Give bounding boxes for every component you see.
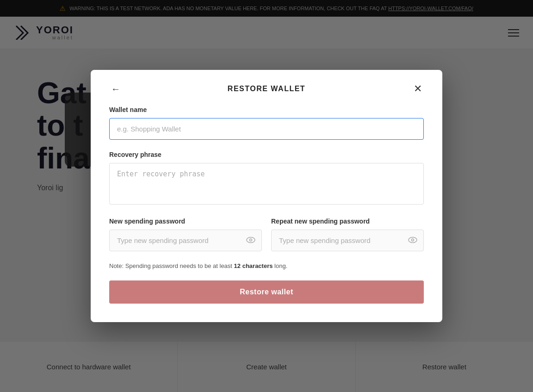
svg-point-2 [409, 237, 417, 243]
new-password-wrap [109, 230, 262, 251]
restore-wallet-modal: ← RESTORE WALLET ✕ Wallet name Recovery … [91, 70, 442, 322]
repeat-password-toggle-icon[interactable] [408, 236, 417, 245]
close-button[interactable]: ✕ [412, 81, 424, 97]
repeat-password-wrap [271, 230, 424, 251]
password-note: Note: Spending password needs to be at l… [109, 262, 424, 269]
password-row: New spending password Repeat new spendin… [109, 218, 424, 251]
new-password-input[interactable] [109, 230, 262, 251]
wallet-name-group: Wallet name [109, 106, 424, 140]
repeat-password-input[interactable] [271, 230, 424, 251]
recovery-phrase-group: Recovery phrase [109, 151, 424, 206]
modal-overlay: ← RESTORE WALLET ✕ Wallet name Recovery … [0, 0, 533, 392]
svg-point-0 [247, 237, 255, 243]
repeat-password-label: Repeat new spending password [271, 218, 424, 225]
back-button[interactable]: ← [109, 82, 122, 96]
modal-header: ← RESTORE WALLET ✕ [109, 85, 424, 93]
recovery-phrase-label: Recovery phrase [109, 151, 424, 158]
recovery-phrase-input[interactable] [109, 163, 424, 205]
repeat-password-group: Repeat new spending password [271, 218, 424, 251]
new-password-group: New spending password [109, 218, 262, 251]
new-password-label: New spending password [109, 218, 262, 225]
svg-point-1 [250, 239, 252, 241]
wallet-name-label: Wallet name [109, 106, 424, 113]
svg-point-3 [412, 239, 414, 241]
modal-title: RESTORE WALLET [228, 85, 305, 93]
restore-wallet-submit-button[interactable]: Restore wallet [109, 280, 424, 304]
new-password-toggle-icon[interactable] [246, 236, 255, 245]
wallet-name-input[interactable] [109, 118, 424, 140]
